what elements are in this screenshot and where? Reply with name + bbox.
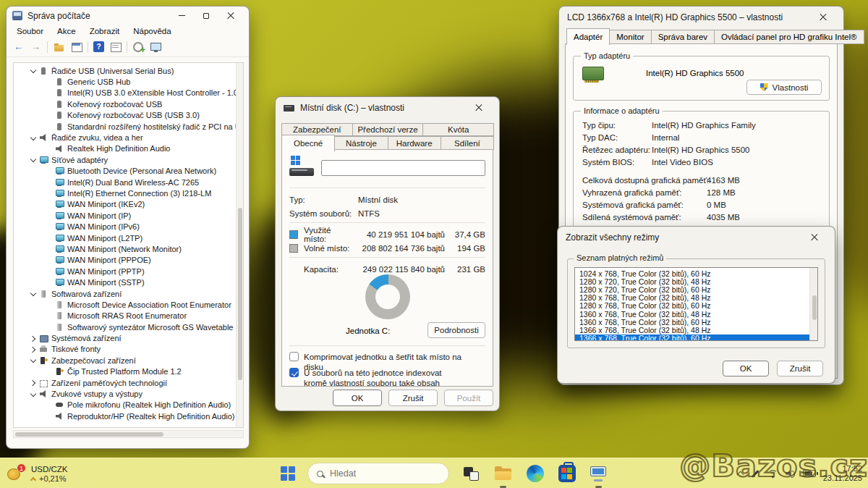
- scrollbar-thumb[interactable]: [238, 208, 242, 380]
- console-window-icon[interactable]: [70, 41, 82, 53]
- ok-button[interactable]: OK: [723, 361, 769, 376]
- forward-icon[interactable]: →: [30, 41, 42, 53]
- mode-option[interactable]: 1280 x 768, True Color (32 bitů), 60 Hz: [575, 302, 817, 310]
- tree-item[interactable]: WAN Miniport (PPPOE): [14, 255, 243, 266]
- pen-icon[interactable]: [750, 468, 760, 479]
- modes-listbox[interactable]: 1024 x 768, True Color (32 bitů), 60 Hz1…: [574, 267, 818, 341]
- tab[interactable]: Předchozí verze: [352, 123, 424, 136]
- chevron-icon[interactable]: [28, 389, 39, 400]
- title-bar[interactable]: LCD 1366x768 a Intel(R) HD Graphics 5500…: [559, 7, 843, 28]
- battery-icon[interactable]: [803, 470, 816, 477]
- scrollbar-thumb[interactable]: [812, 295, 817, 320]
- tree-item[interactable]: Intel(R) USB 3.0 eXtensible Host Control…: [14, 88, 243, 98]
- tree-item[interactable]: Čip Trusted Platform Module 1.2: [14, 366, 243, 377]
- computer-management-taskbar-button[interactable]: [589, 464, 608, 484]
- chevron-icon[interactable]: [28, 333, 39, 344]
- tree-item[interactable]: Generic USB Hub: [14, 76, 243, 87]
- tree-item[interactable]: Řadiče USB (Universal Serial Bus): [14, 65, 243, 76]
- title-bar[interactable]: Správa počítače: [7, 7, 249, 25]
- tree-item[interactable]: Systémová zařízení: [14, 332, 243, 343]
- details-button[interactable]: Podrobnosti: [427, 322, 485, 338]
- cancel-button[interactable]: Zrušit: [388, 390, 438, 406]
- vertical-scrollbar[interactable]: [236, 63, 243, 427]
- compress-checkbox[interactable]: [289, 352, 299, 361]
- mode-option[interactable]: 1360 x 768, True Color (32 bitů), 60 Hz: [575, 318, 817, 326]
- scan-hardware-icon[interactable]: [132, 41, 145, 53]
- close-button[interactable]: [467, 101, 491, 115]
- tab[interactable]: Kvóta: [422, 123, 494, 136]
- tree-item[interactable]: Realtek High Definition Audio: [14, 143, 243, 154]
- search-input[interactable]: [330, 468, 424, 479]
- tab[interactable]: Správa barev: [651, 30, 715, 44]
- chevron-icon[interactable]: [28, 288, 39, 299]
- chevron-icon[interactable]: [28, 154, 39, 165]
- chevron-icon[interactable]: [28, 65, 39, 76]
- tree-item[interactable]: WAN Miniport (PPTP): [14, 266, 243, 277]
- close-button[interactable]: [811, 10, 835, 25]
- hidden-icons-chevron-icon[interactable]: [736, 471, 744, 479]
- tab[interactable]: Sdílení: [441, 136, 494, 150]
- menu-action[interactable]: Akce: [57, 27, 76, 35]
- tree-item[interactable]: Tiskové fronty: [14, 344, 243, 355]
- close-button[interactable]: [218, 9, 243, 23]
- tab[interactable]: Hardware: [388, 136, 441, 150]
- close-button[interactable]: [802, 230, 827, 245]
- tree-item[interactable]: Řadiče zvuku, videa a her: [14, 132, 243, 143]
- tree-item[interactable]: Softwarová zařízení: [14, 288, 243, 299]
- store-button[interactable]: [557, 464, 576, 484]
- mode-option[interactable]: 1024 x 768, True Color (32 bitů), 60 Hz: [575, 269, 817, 277]
- tree-item[interactable]: Intel(R) Dual Band Wireless-AC 7265: [14, 177, 243, 188]
- tab[interactable]: Obecné: [281, 135, 335, 151]
- mode-option[interactable]: 1280 x 720, True Color (32 bitů), 60 Hz: [575, 285, 817, 293]
- tree-item[interactable]: WAN Miniport (IKEv2): [14, 199, 243, 210]
- title-bar[interactable]: Místní disk (C:) – vlastnosti: [276, 97, 499, 119]
- menu-view[interactable]: Zobrazit: [90, 27, 120, 35]
- mode-option[interactable]: 1280 x 720, True Color (32 bitů), 48 Hz: [575, 277, 817, 285]
- tab[interactable]: Monitor: [609, 30, 651, 44]
- tree-item[interactable]: WAN Miniport (L2TP): [14, 232, 243, 243]
- tab[interactable]: Nástroje: [334, 136, 388, 150]
- back-icon[interactable]: ←: [12, 41, 25, 53]
- tree-item[interactable]: WAN Miniport (SSTP): [14, 277, 243, 287]
- tree-item[interactable]: WAN Miniport (Network Monitor): [14, 243, 243, 254]
- remote-desktop-icon[interactable]: [150, 41, 162, 53]
- start-button[interactable]: [281, 466, 295, 481]
- ok-button[interactable]: OK: [333, 390, 382, 406]
- chevron-icon[interactable]: [28, 377, 39, 388]
- clock[interactable]: 17:52 23.11.2025: [823, 464, 862, 484]
- volume-icon[interactable]: [786, 469, 796, 478]
- volume-label-input[interactable]: [321, 160, 485, 176]
- tree-item[interactable]: WAN Miniport (IP): [14, 210, 243, 221]
- menu-file[interactable]: Soubor: [17, 27, 43, 35]
- export-icon[interactable]: [53, 41, 65, 53]
- tree-item[interactable]: WAN Miniport (IPv6): [14, 221, 243, 232]
- edge-button[interactable]: [525, 464, 545, 484]
- minimize-button[interactable]: [169, 9, 194, 23]
- tree-item[interactable]: Kořenový rozbočovač USB: [14, 98, 243, 109]
- horizontal-scrollbar[interactable]: [13, 430, 244, 438]
- mode-option[interactable]: 1360 x 768, True Color (32 bitů), 48 Hz: [575, 310, 817, 318]
- tree-item[interactable]: Zvukové vstupy a výstupy: [14, 388, 243, 399]
- mode-option[interactable]: 1366 x 768, True Color (32 bitů), 60 Hz: [575, 335, 817, 342]
- list-view-icon[interactable]: [109, 41, 122, 53]
- scrollbar-thumb[interactable]: [15, 432, 163, 437]
- tree-item[interactable]: Intel(R) Ethernet Connection (3) I218-LM: [14, 188, 243, 198]
- title-bar[interactable]: Zobrazit všechny režimy: [558, 227, 835, 248]
- tree-item[interactable]: Kořenový rozbočovač USB (USB 3.0): [14, 110, 243, 121]
- mode-option[interactable]: 1366 x 768, True Color (32 bitů), 48 Hz: [575, 326, 817, 334]
- file-explorer-button[interactable]: [493, 464, 513, 484]
- search-box[interactable]: [307, 463, 449, 484]
- vertical-scrollbar[interactable]: [809, 268, 817, 340]
- wifi-icon[interactable]: [767, 470, 778, 478]
- tree-item[interactable]: Bluetooth Device (Personal Area Network): [14, 166, 243, 177]
- tree-item[interactable]: Reproduktor/HP (Realtek High Definition …: [14, 411, 243, 421]
- cancel-button[interactable]: Zrušit: [777, 361, 823, 376]
- mode-option[interactable]: 1280 x 768, True Color (32 bitů), 48 Hz: [575, 294, 817, 302]
- index-checkbox[interactable]: [289, 368, 299, 377]
- tree-item[interactable]: Microsoft RRAS Root Enumerator: [14, 311, 243, 321]
- tab[interactable]: Adaptér: [566, 28, 610, 45]
- maximize-button[interactable]: [194, 9, 218, 23]
- tab[interactable]: Ovládací panel pro HD grafiku Intel®: [714, 30, 864, 44]
- tree-item[interactable]: Microsoft Device Association Root Enumer…: [14, 299, 243, 310]
- tree-item[interactable]: Softwarový syntezátor Microsoft GS Wavet…: [14, 321, 243, 332]
